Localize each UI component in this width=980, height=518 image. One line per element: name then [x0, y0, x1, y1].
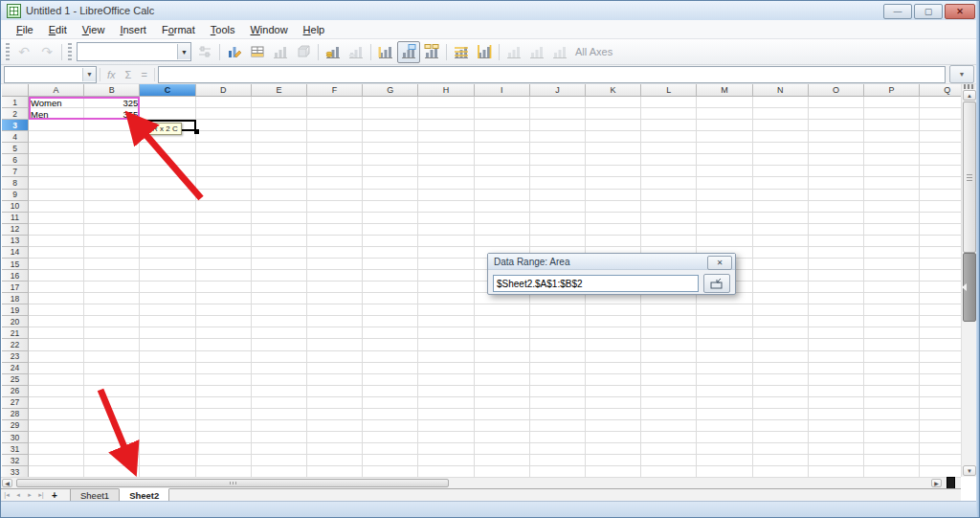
y-axis-button[interactable] — [525, 41, 548, 63]
add-sheet-button[interactable]: + — [47, 489, 62, 501]
menu-tools[interactable]: Tools — [203, 22, 243, 37]
undo-button[interactable]: ↶ — [12, 41, 35, 63]
row-header-15[interactable]: 15 — [2, 259, 29, 270]
row-header-17[interactable]: 17 — [2, 282, 29, 293]
data-in-columns-button[interactable] — [345, 41, 368, 63]
z-axis-button[interactable] — [548, 41, 571, 63]
row-header-4[interactable]: 4 — [2, 131, 29, 143]
scroll-down-icon[interactable]: ▼ — [963, 465, 976, 476]
row-header-14[interactable]: 14 — [2, 247, 29, 259]
column-header-I[interactable]: I — [475, 84, 530, 97]
vertical-grid-button[interactable] — [473, 41, 496, 63]
sheet-tab-sheet1[interactable]: Sheet1 — [70, 489, 120, 501]
column-header-O[interactable]: O — [809, 84, 864, 97]
column-header-F[interactable]: F — [307, 84, 363, 97]
menu-insert[interactable]: Insert — [112, 22, 154, 37]
sum-icon[interactable]: Σ — [125, 69, 132, 80]
chart-type-button[interactable] — [223, 41, 246, 63]
row-header-10[interactable]: 10 — [2, 201, 29, 213]
data-in-rows-button[interactable] — [322, 41, 345, 63]
toolbar-grip[interactable] — [68, 43, 72, 60]
formula-input[interactable] — [158, 66, 946, 83]
column-header-P[interactable]: P — [864, 84, 920, 97]
row-header-29[interactable]: 29 — [2, 420, 29, 432]
scroll-left-icon[interactable]: ◀ — [2, 479, 12, 487]
select-chart-element-combo[interactable]: ▼ — [77, 42, 191, 61]
horizontal-scrollbar[interactable]: ◀ ▶ — [1, 477, 961, 488]
horizontal-scroll-thumb[interactable] — [16, 479, 449, 487]
maximize-button[interactable]: ▢ — [914, 4, 943, 19]
row-header-2[interactable]: 2 — [2, 108, 29, 120]
row-header-9[interactable]: 9 — [2, 190, 29, 201]
row-header-20[interactable]: 20 — [2, 316, 29, 327]
spreadsheet-grid[interactable]: Women325Men3552 R x 2 C ABCDEFGHIJKLMNOP… — [2, 84, 961, 477]
vertical-split-handle[interactable] — [964, 84, 975, 89]
cell-A1[interactable]: Women — [29, 97, 84, 108]
cell-B1[interactable]: 325 — [84, 97, 140, 108]
row-header-24[interactable]: 24 — [2, 363, 29, 374]
name-box[interactable]: ▼ — [4, 66, 97, 83]
minimize-button[interactable]: — — [883, 4, 912, 19]
column-header-E[interactable]: E — [252, 84, 307, 97]
dialog-close-icon[interactable]: ✕ — [707, 256, 732, 270]
data-range-input[interactable] — [493, 275, 699, 292]
vertical-scrollbar[interactable]: ▲ ▼ — [961, 84, 977, 477]
shrink-dialog-button[interactable] — [703, 274, 730, 293]
row-header-19[interactable]: 19 — [2, 304, 29, 316]
row-header-16[interactable]: 16 — [2, 270, 29, 282]
row-header-31[interactable]: 31 — [2, 443, 29, 455]
first-sheet-button[interactable]: |◂ — [1, 489, 12, 501]
sheet-tab-sheet2[interactable]: Sheet2 — [119, 488, 169, 501]
legend-toggle-button[interactable] — [374, 41, 397, 63]
column-header-H[interactable]: H — [418, 84, 474, 97]
titles-toggle-button[interactable] — [397, 41, 420, 63]
prev-sheet-button[interactable]: ◂ — [12, 489, 24, 501]
horizontal-grids-button[interactable] — [269, 41, 292, 63]
select-all-corner[interactable] — [2, 84, 29, 97]
row-header-21[interactable]: 21 — [2, 327, 29, 339]
menu-view[interactable]: View — [75, 22, 113, 37]
column-header-L[interactable]: L — [641, 84, 697, 97]
row-header-6[interactable]: 6 — [2, 154, 29, 166]
column-header-D[interactable]: D — [196, 84, 252, 97]
last-sheet-button[interactable]: ▸| — [35, 489, 47, 501]
row-header-23[interactable]: 23 — [2, 351, 29, 363]
row-header-13[interactable]: 13 — [2, 236, 29, 247]
row-header-27[interactable]: 27 — [2, 397, 29, 409]
data-range-dialog[interactable]: Data Range: Area ✕ — [487, 253, 736, 295]
function-wizard-icon[interactable]: fx — [107, 69, 116, 80]
menu-edit[interactable]: Edit — [41, 22, 75, 37]
column-header-A[interactable]: A — [29, 84, 84, 97]
x-axis-button[interactable] — [502, 41, 525, 63]
dialog-title-bar[interactable]: Data Range: Area ✕ — [488, 254, 735, 270]
menu-format[interactable]: Format — [154, 22, 203, 37]
row-header-30[interactable]: 30 — [2, 432, 29, 443]
column-header-Q[interactable]: Q — [920, 84, 961, 97]
column-header-G[interactable]: G — [363, 84, 418, 97]
menu-window[interactable]: Window — [242, 22, 295, 37]
close-button[interactable]: ✕ — [945, 4, 975, 19]
format-selection-button[interactable] — [193, 41, 216, 63]
3d-view-button[interactable] — [292, 41, 315, 63]
scroll-right-icon[interactable]: ▶ — [931, 479, 942, 487]
row-header-33[interactable]: 33 — [2, 466, 29, 477]
row-header-25[interactable]: 25 — [2, 374, 29, 386]
menu-help[interactable]: Help — [296, 22, 333, 37]
row-header-3[interactable]: 3 — [2, 120, 29, 131]
row-header-8[interactable]: 8 — [2, 177, 29, 189]
expand-formula-bar-button[interactable]: ▼ — [949, 65, 974, 83]
row-header-26[interactable]: 26 — [2, 386, 29, 397]
formula-icon[interactable]: = — [141, 69, 146, 80]
cell-B2[interactable]: 355 — [84, 108, 140, 120]
title-bar[interactable]: Untitled 1 - LibreOffice Calc —▢✕ — [1, 1, 979, 21]
row-header-12[interactable]: 12 — [2, 224, 29, 236]
row-header-18[interactable]: 18 — [2, 293, 29, 304]
next-sheet-button[interactable]: ▸ — [24, 489, 35, 501]
vertical-scroll-thumb[interactable] — [963, 101, 976, 253]
combo-dropdown-icon[interactable]: ▼ — [177, 44, 190, 59]
data-table-button[interactable] — [246, 41, 269, 63]
redo-button[interactable]: ↷ — [35, 41, 58, 63]
toolbar-grip[interactable] — [6, 43, 10, 60]
axes-titles-button[interactable] — [420, 41, 443, 63]
column-header-C[interactable]: C — [140, 84, 195, 97]
